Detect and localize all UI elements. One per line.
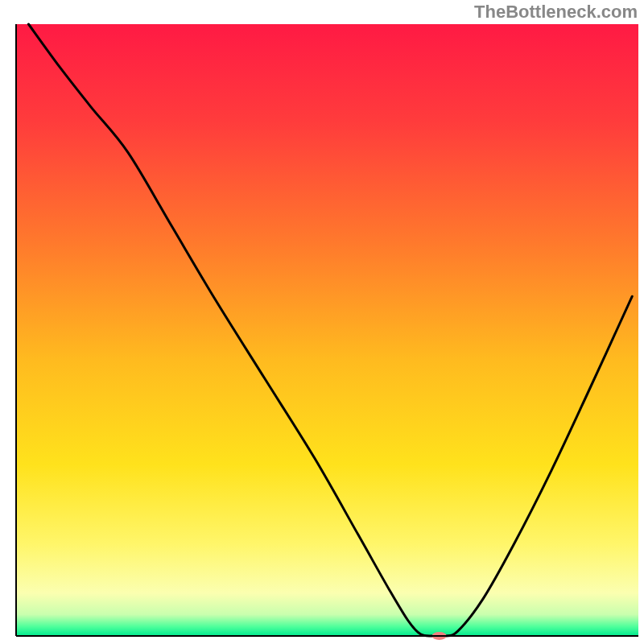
chart-container: TheBottleneck.com xyxy=(0,0,644,644)
chart-background-gradient xyxy=(16,24,638,636)
bottleneck-chart xyxy=(0,0,644,644)
watermark-text: TheBottleneck.com xyxy=(474,2,638,23)
